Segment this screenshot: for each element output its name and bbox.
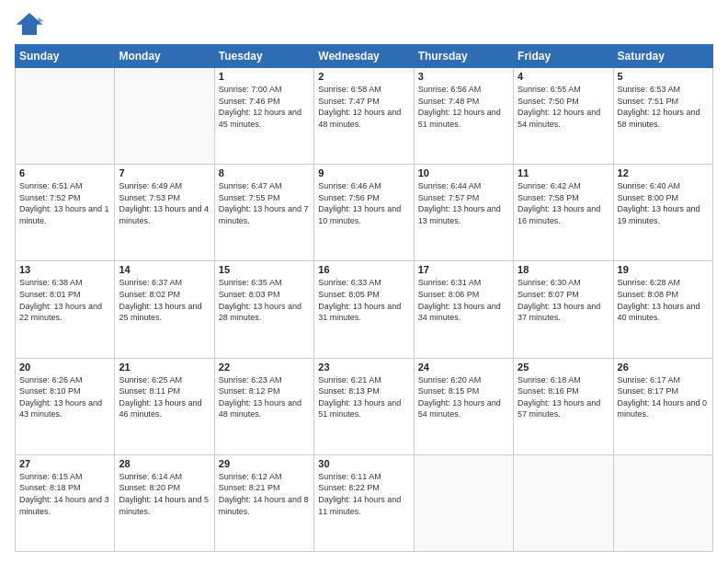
day-cell: 11Sunrise: 6:42 AMSunset: 7:58 PMDayligh… xyxy=(514,165,613,261)
day-number: 14 xyxy=(119,264,210,275)
day-number: 24 xyxy=(418,362,509,373)
week-row: 20Sunrise: 6:26 AMSunset: 8:10 PMDayligh… xyxy=(16,358,713,454)
day-info: Sunrise: 6:31 AMSunset: 8:06 PMDaylight:… xyxy=(418,277,509,323)
header-day: Friday xyxy=(514,45,613,68)
day-cell xyxy=(16,68,115,165)
day-info: Sunrise: 6:38 AMSunset: 8:01 PMDaylight:… xyxy=(19,277,110,323)
day-cell: 30Sunrise: 6:11 AMSunset: 8:22 PMDayligh… xyxy=(314,454,414,551)
day-number: 22 xyxy=(219,362,310,373)
day-number: 1 xyxy=(219,71,310,82)
day-cell: 18Sunrise: 6:30 AMSunset: 8:07 PMDayligh… xyxy=(514,261,613,358)
day-info: Sunrise: 6:25 AMSunset: 8:11 PMDaylight:… xyxy=(119,374,210,420)
day-cell: 12Sunrise: 6:40 AMSunset: 8:00 PMDayligh… xyxy=(613,165,712,261)
day-info: Sunrise: 6:33 AMSunset: 8:05 PMDaylight:… xyxy=(318,277,409,323)
day-info: Sunrise: 6:30 AMSunset: 8:07 PMDaylight:… xyxy=(518,277,609,323)
day-cell: 1Sunrise: 7:00 AMSunset: 7:46 PMDaylight… xyxy=(214,68,313,165)
header-day: Monday xyxy=(115,45,214,68)
day-cell: 20Sunrise: 6:26 AMSunset: 8:10 PMDayligh… xyxy=(16,358,115,454)
day-cell: 10Sunrise: 6:44 AMSunset: 7:57 PMDayligh… xyxy=(414,165,513,261)
logo xyxy=(15,11,48,37)
day-cell: 15Sunrise: 6:35 AMSunset: 8:03 PMDayligh… xyxy=(214,261,313,358)
day-number: 29 xyxy=(219,458,310,469)
day-number: 5 xyxy=(618,71,709,82)
day-number: 30 xyxy=(318,458,409,469)
day-cell: 26Sunrise: 6:17 AMSunset: 8:17 PMDayligh… xyxy=(613,358,712,454)
day-info: Sunrise: 6:40 AMSunset: 8:00 PMDaylight:… xyxy=(618,180,709,226)
header-day: Sunday xyxy=(16,45,115,68)
calendar: SundayMondayTuesdayWednesdayThursdayFrid… xyxy=(15,44,713,552)
day-cell: 16Sunrise: 6:33 AMSunset: 8:05 PMDayligh… xyxy=(314,261,414,358)
day-number: 9 xyxy=(318,167,409,178)
day-info: Sunrise: 6:58 AMSunset: 7:47 PMDaylight:… xyxy=(318,84,409,130)
header-row: SundayMondayTuesdayWednesdayThursdayFrid… xyxy=(16,45,713,68)
day-info: Sunrise: 6:11 AMSunset: 8:22 PMDaylight:… xyxy=(318,471,409,517)
day-number: 21 xyxy=(119,362,210,373)
day-info: Sunrise: 6:49 AMSunset: 7:53 PMDaylight:… xyxy=(119,180,210,226)
day-cell xyxy=(414,454,513,551)
day-cell: 27Sunrise: 6:15 AMSunset: 8:18 PMDayligh… xyxy=(16,454,115,551)
day-info: Sunrise: 6:14 AMSunset: 8:20 PMDaylight:… xyxy=(119,471,210,517)
day-cell: 14Sunrise: 6:37 AMSunset: 8:02 PMDayligh… xyxy=(115,261,214,358)
svg-marker-0 xyxy=(17,13,43,35)
header-day: Wednesday xyxy=(314,45,414,68)
day-number: 17 xyxy=(418,264,509,275)
day-info: Sunrise: 6:46 AMSunset: 7:56 PMDaylight:… xyxy=(318,180,409,226)
day-info: Sunrise: 6:26 AMSunset: 8:10 PMDaylight:… xyxy=(19,374,110,420)
day-cell: 8Sunrise: 6:47 AMSunset: 7:55 PMDaylight… xyxy=(214,165,313,261)
week-row: 13Sunrise: 6:38 AMSunset: 8:01 PMDayligh… xyxy=(16,261,713,358)
header-day: Thursday xyxy=(414,45,513,68)
day-number: 26 xyxy=(618,362,709,373)
day-info: Sunrise: 6:23 AMSunset: 8:12 PMDaylight:… xyxy=(219,374,310,420)
day-info: Sunrise: 6:37 AMSunset: 8:02 PMDaylight:… xyxy=(119,277,210,323)
header xyxy=(15,11,713,37)
day-number: 25 xyxy=(518,362,609,373)
day-cell: 28Sunrise: 6:14 AMSunset: 8:20 PMDayligh… xyxy=(115,454,214,551)
day-info: Sunrise: 6:15 AMSunset: 8:18 PMDaylight:… xyxy=(19,471,110,517)
day-info: Sunrise: 7:00 AMSunset: 7:46 PMDaylight:… xyxy=(219,84,310,130)
day-cell: 3Sunrise: 6:56 AMSunset: 7:48 PMDaylight… xyxy=(414,68,513,165)
week-row: 1Sunrise: 7:00 AMSunset: 7:46 PMDaylight… xyxy=(16,68,713,165)
day-cell: 13Sunrise: 6:38 AMSunset: 8:01 PMDayligh… xyxy=(16,261,115,358)
day-info: Sunrise: 6:12 AMSunset: 8:21 PMDaylight:… xyxy=(219,471,310,517)
day-cell xyxy=(613,454,712,551)
day-cell: 5Sunrise: 6:53 AMSunset: 7:51 PMDaylight… xyxy=(613,68,712,165)
day-number: 28 xyxy=(119,458,210,469)
day-cell: 17Sunrise: 6:31 AMSunset: 8:06 PMDayligh… xyxy=(414,261,513,358)
day-info: Sunrise: 6:47 AMSunset: 7:55 PMDaylight:… xyxy=(219,180,310,226)
header-day: Tuesday xyxy=(214,45,313,68)
day-info: Sunrise: 6:18 AMSunset: 8:16 PMDaylight:… xyxy=(518,374,609,420)
day-info: Sunrise: 6:35 AMSunset: 8:03 PMDaylight:… xyxy=(219,277,310,323)
day-number: 27 xyxy=(19,458,110,469)
day-number: 13 xyxy=(19,264,110,275)
day-info: Sunrise: 6:17 AMSunset: 8:17 PMDaylight:… xyxy=(618,374,709,420)
day-number: 3 xyxy=(418,71,509,82)
day-cell xyxy=(514,454,613,551)
day-number: 7 xyxy=(119,167,210,178)
day-number: 16 xyxy=(318,264,409,275)
day-cell: 19Sunrise: 6:28 AMSunset: 8:08 PMDayligh… xyxy=(613,261,712,358)
day-cell: 24Sunrise: 6:20 AMSunset: 8:15 PMDayligh… xyxy=(414,358,513,454)
day-number: 10 xyxy=(418,167,509,178)
page: SundayMondayTuesdayWednesdayThursdayFrid… xyxy=(0,0,728,563)
day-cell: 2Sunrise: 6:58 AMSunset: 7:47 PMDaylight… xyxy=(314,68,414,165)
header-day: Saturday xyxy=(613,45,712,68)
day-number: 4 xyxy=(518,71,609,82)
day-cell: 25Sunrise: 6:18 AMSunset: 8:16 PMDayligh… xyxy=(514,358,613,454)
day-info: Sunrise: 6:44 AMSunset: 7:57 PMDaylight:… xyxy=(418,180,509,226)
day-number: 11 xyxy=(518,167,609,178)
day-info: Sunrise: 6:20 AMSunset: 8:15 PMDaylight:… xyxy=(418,374,509,420)
day-number: 18 xyxy=(518,264,609,275)
day-info: Sunrise: 6:53 AMSunset: 7:51 PMDaylight:… xyxy=(618,84,709,130)
day-cell: 7Sunrise: 6:49 AMSunset: 7:53 PMDaylight… xyxy=(115,165,214,261)
day-number: 8 xyxy=(219,167,310,178)
day-cell: 23Sunrise: 6:21 AMSunset: 8:13 PMDayligh… xyxy=(314,358,414,454)
day-number: 12 xyxy=(618,167,709,178)
day-cell: 6Sunrise: 6:51 AMSunset: 7:52 PMDaylight… xyxy=(16,165,115,261)
day-info: Sunrise: 6:51 AMSunset: 7:52 PMDaylight:… xyxy=(19,180,110,226)
day-cell xyxy=(115,68,214,165)
day-cell: 4Sunrise: 6:55 AMSunset: 7:50 PMDaylight… xyxy=(514,68,613,165)
logo-icon xyxy=(15,11,44,37)
day-number: 15 xyxy=(219,264,310,275)
day-cell: 29Sunrise: 6:12 AMSunset: 8:21 PMDayligh… xyxy=(214,454,313,551)
day-cell: 22Sunrise: 6:23 AMSunset: 8:12 PMDayligh… xyxy=(214,358,313,454)
